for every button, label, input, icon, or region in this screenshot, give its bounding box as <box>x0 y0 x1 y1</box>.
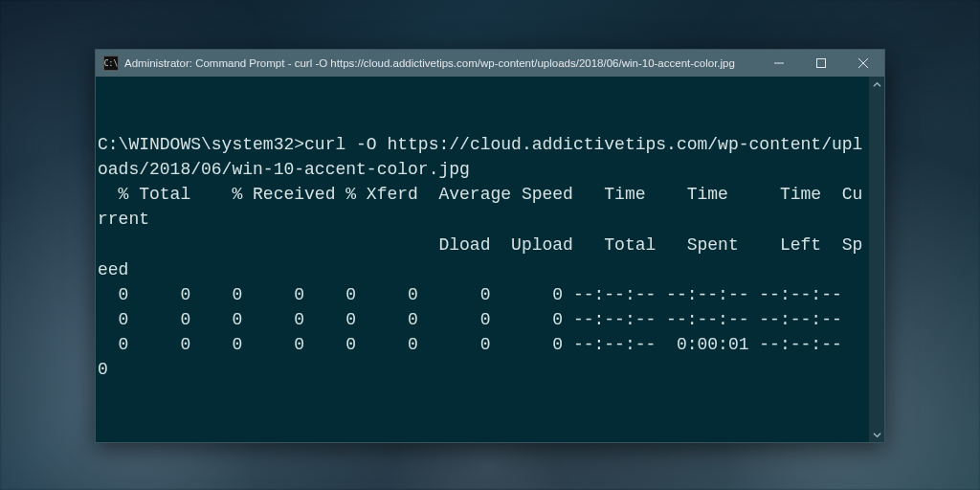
scroll-track[interactable] <box>869 92 884 427</box>
titlebar[interactable]: C:\ Administrator: Command Prompt - curl… <box>96 50 884 77</box>
vertical-scrollbar[interactable] <box>869 77 884 442</box>
window-controls <box>758 50 884 77</box>
curl-row: 0 0 0 0 0 0 0 0 --:--:-- 0:00:01 --:--:-… <box>98 335 884 379</box>
minimize-button[interactable] <box>758 50 800 77</box>
terminal-output: C:\WINDOWS\system32>curl -O https://clou… <box>96 132 880 382</box>
terminal-area[interactable]: C:\WINDOWS\system32>curl -O https://clou… <box>96 77 884 442</box>
curl-subheader: Dload Upload Total Spent Left Speed <box>98 235 862 279</box>
curl-row: 0 0 0 0 0 0 0 0 --:--:-- --:--:-- --:--:… <box>98 310 842 329</box>
cmd-icon: C:\ <box>103 56 119 71</box>
close-button[interactable] <box>842 50 884 77</box>
svg-rect-1 <box>817 59 826 68</box>
curl-row: 0 0 0 0 0 0 0 0 --:--:-- --:--:-- --:--:… <box>98 285 842 304</box>
prompt: C:\WINDOWS\system32> <box>98 135 304 154</box>
command-prompt-window: C:\ Administrator: Command Prompt - curl… <box>95 49 885 443</box>
window-title: Administrator: Command Prompt - curl -O … <box>124 57 758 69</box>
scroll-up-button[interactable] <box>869 77 884 92</box>
curl-header: % Total % Received % Xferd Average Speed… <box>98 185 862 229</box>
maximize-button[interactable] <box>800 50 842 77</box>
scroll-down-button[interactable] <box>869 427 884 442</box>
